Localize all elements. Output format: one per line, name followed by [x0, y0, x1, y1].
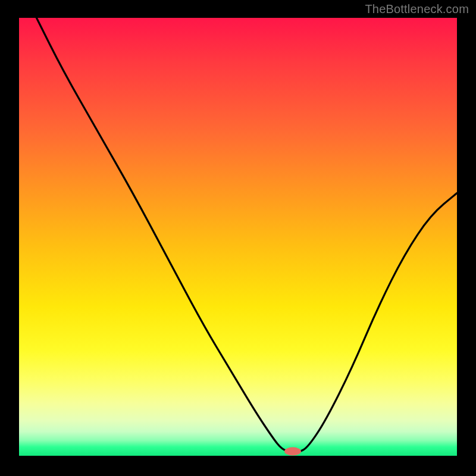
watermark-text: TheBottleneck.com [365, 2, 469, 16]
optimal-marker [284, 447, 301, 456]
curve-svg [19, 18, 457, 456]
chart-frame: TheBottleneck.com [0, 0, 476, 476]
bottleneck-curve [36, 18, 457, 452]
